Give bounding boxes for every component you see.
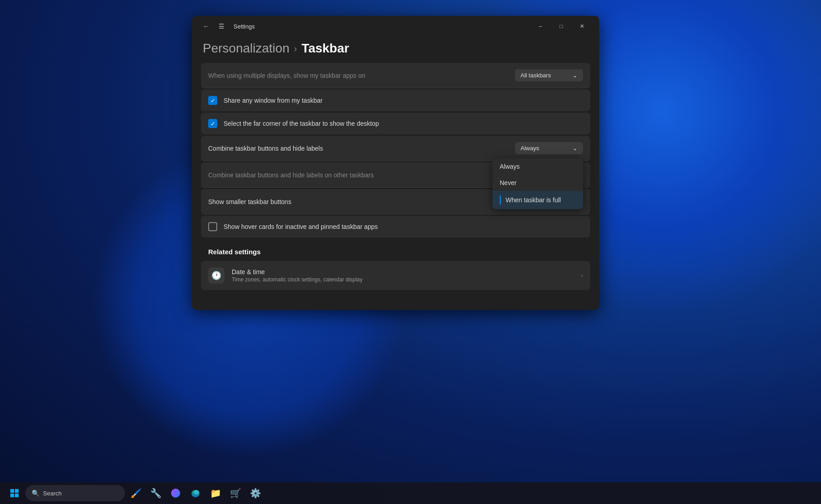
- far-corner-label: Select the far corner of the taskbar to …: [224, 120, 379, 127]
- svg-point-6: [194, 490, 199, 494]
- related-date-time-text: Date & time Time zones, automatic clock …: [232, 268, 574, 283]
- taskbar-app-settings[interactable]: ⚙️: [246, 484, 264, 502]
- hover-cards-label: Show hover cards for inactive and pinned…: [224, 223, 378, 230]
- dropdown-chevron-combine-icon: ⌄: [573, 145, 578, 152]
- taskbar-app-edge[interactable]: [186, 484, 205, 502]
- hover-cards-checkbox[interactable]: [208, 222, 217, 231]
- taskbar-app-paint[interactable]: 🖌️: [127, 484, 145, 502]
- date-time-icon: 🕐: [208, 267, 224, 284]
- taskbar: 🔍 Search 🖌️ 🔧 📁 🛒 ⚙️: [0, 482, 821, 504]
- taskbar-app-explorer[interactable]: 📁: [206, 484, 224, 502]
- multiple-displays-control: All taskbars ⌄: [515, 69, 583, 81]
- menu-button[interactable]: ☰: [215, 19, 228, 33]
- content-area[interactable]: When using multiple displays, show my ta…: [192, 63, 599, 310]
- combine-buttons-value: Always: [520, 145, 539, 152]
- svg-rect-2: [10, 494, 14, 497]
- window-controls: – □ ✕: [530, 19, 592, 33]
- multiple-displays-dropdown[interactable]: All taskbars ⌄: [515, 69, 583, 81]
- hover-cards-unchecked-icon: [208, 222, 217, 231]
- windows-logo-icon: [10, 489, 19, 498]
- share-window-setting: ✓ Share any window from my taskbar: [201, 90, 590, 111]
- option-never[interactable]: Never: [492, 175, 583, 191]
- multiple-displays-label: When using multiple displays, show my ta…: [208, 72, 515, 79]
- breadcrumb: Personalization › Taskbar: [203, 41, 588, 56]
- taskbar-app-store[interactable]: 🛒: [226, 484, 244, 502]
- related-settings-title: Related settings: [201, 239, 590, 261]
- far-corner-checked-icon: ✓: [208, 119, 217, 128]
- start-button[interactable]: [5, 484, 24, 502]
- close-button[interactable]: ✕: [572, 19, 592, 33]
- combine-buttons-dropdown-popup: Always Never When taskbar is full: [492, 158, 583, 209]
- multiple-displays-value: All taskbars: [520, 72, 551, 79]
- breadcrumb-current: Taskbar: [301, 41, 349, 56]
- related-date-time-subtitle: Time zones, automatic clock settings, ca…: [232, 276, 574, 283]
- share-window-checked-icon: ✓: [208, 96, 217, 105]
- option-never-label: Never: [500, 179, 516, 186]
- title-bar: ← ☰ Settings – □ ✕: [192, 16, 599, 37]
- taskbar-app-tools[interactable]: 🔧: [147, 484, 165, 502]
- taskbar-search[interactable]: 🔍 Search: [25, 485, 125, 501]
- related-date-time-title: Date & time: [232, 268, 574, 276]
- option-always-label: Always: [500, 163, 520, 170]
- svg-point-4: [171, 489, 180, 498]
- nav-buttons: ← ☰: [199, 19, 228, 33]
- svg-rect-3: [15, 494, 19, 497]
- taskbar-app-fluent[interactable]: [167, 484, 185, 502]
- svg-rect-1: [15, 489, 19, 493]
- share-window-checkbox[interactable]: ✓: [208, 96, 217, 105]
- option-when-full[interactable]: When taskbar is full: [492, 191, 583, 209]
- minimize-button[interactable]: –: [530, 19, 550, 33]
- breadcrumb-parent[interactable]: Personalization: [203, 41, 289, 56]
- svg-rect-0: [10, 489, 14, 493]
- dropdown-chevron-icon: ⌄: [573, 72, 578, 79]
- selected-indicator: [500, 195, 501, 204]
- breadcrumb-separator: ›: [294, 43, 297, 54]
- related-chevron-icon: ›: [581, 272, 583, 279]
- far-corner-checkbox[interactable]: ✓: [208, 119, 217, 128]
- search-label: Search: [43, 490, 62, 497]
- option-when-full-label: When taskbar is full: [506, 196, 561, 204]
- maximize-button[interactable]: □: [551, 19, 571, 33]
- combine-buttons-control: Always ⌄ Always Never When taskbar is fu…: [515, 142, 583, 154]
- settings-window: ← ☰ Settings – □ ✕ Personalization › Tas…: [192, 16, 599, 310]
- search-icon: 🔍: [32, 490, 39, 497]
- back-button[interactable]: ←: [199, 19, 213, 33]
- multiple-displays-setting: When using multiple displays, show my ta…: [201, 63, 590, 88]
- hover-cards-setting: Show hover cards for inactive and pinned…: [201, 216, 590, 238]
- combine-buttons-label: Combine taskbar buttons and hide labels: [208, 145, 515, 152]
- share-window-label: Share any window from my taskbar: [224, 97, 323, 104]
- combine-buttons-dropdown[interactable]: Always ⌄: [515, 142, 583, 154]
- combine-buttons-setting: Combine taskbar buttons and hide labels …: [201, 136, 590, 161]
- breadcrumb-area: Personalization › Taskbar: [192, 37, 599, 63]
- option-always[interactable]: Always: [492, 158, 583, 175]
- far-corner-setting: ✓ Select the far corner of the taskbar t…: [201, 113, 590, 134]
- related-date-time[interactable]: 🕐 Date & time Time zones, automatic cloc…: [201, 261, 590, 290]
- window-title: Settings: [234, 23, 525, 30]
